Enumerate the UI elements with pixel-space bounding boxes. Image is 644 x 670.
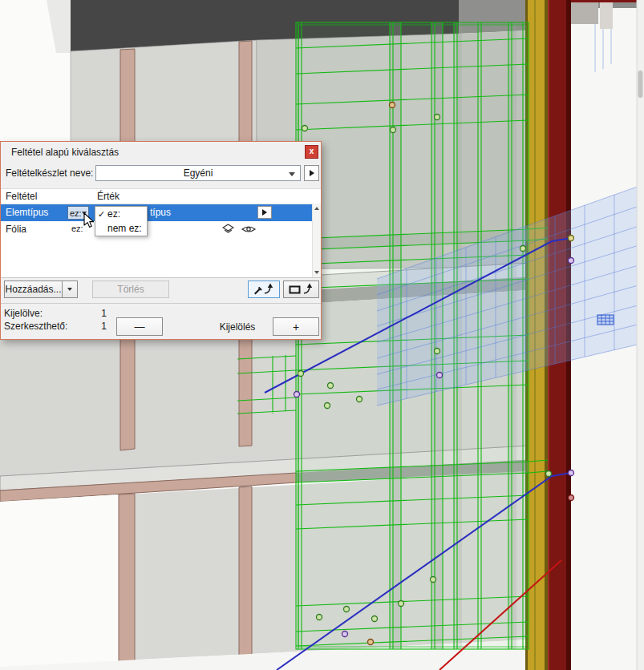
table-header: Feltétel Érték: [1, 189, 313, 204]
operator-dropdown-button[interactable]: ez:: [67, 206, 89, 220]
operator-label: ez:: [70, 208, 82, 218]
table-scrollbar[interactable]: [312, 204, 321, 277]
delete-button[interactable]: Törlés: [92, 281, 169, 298]
criteria-table: Feltétel Érték Elemtípus ez: típus Fólia…: [1, 188, 321, 278]
value-picker-button[interactable]: [257, 206, 272, 219]
menu-item-nem-ez[interactable]: nem ez:: [95, 221, 147, 236]
grid-symbol-icon: [597, 315, 614, 325]
pickup-criteria-button[interactable]: [248, 281, 280, 298]
operator-menu: ez: nem ez:: [95, 206, 148, 236]
viewport-scrollbar[interactable]: [637, 0, 644, 670]
preset-name-label: Feltételkészlet neve:: [6, 168, 93, 179]
menu-item-label: nem ez:: [107, 223, 142, 234]
marquee-icon: [288, 283, 315, 296]
selection-label: Kijelölés: [197, 321, 277, 333]
preset-combobox[interactable]: Egyéni: [95, 165, 301, 181]
criterion-name: Fólia: [6, 224, 26, 235]
selected-count: 1: [92, 308, 107, 319]
operator-label: ez:: [71, 224, 83, 233]
close-button[interactable]: x: [305, 145, 318, 159]
marquee-criteria-button[interactable]: [283, 281, 319, 298]
arrow-right-icon: [262, 209, 267, 216]
eye-icon[interactable]: [241, 224, 256, 236]
column-header-value: Érték: [97, 191, 119, 202]
chevron-down-icon: [67, 288, 72, 291]
pick-layer-icon[interactable]: [222, 224, 234, 236]
preset-value: Egyéni: [184, 168, 213, 179]
find-select-dialog: Feltétel alapú kiválasztás x Feltételkés…: [0, 141, 322, 340]
selection-stats: Kijelölve: 1 Szerkeszthető: 1 — Kijelölé…: [1, 305, 321, 339]
preset-row: Feltételkészlet neve: Egyéni: [1, 164, 321, 182]
menu-item-ez[interactable]: ez:: [95, 207, 147, 221]
add-button[interactable]: Hozzáadás...: [4, 281, 63, 298]
criterion-value: típus: [150, 207, 171, 218]
editable-count: 1: [92, 321, 107, 332]
criteria-row-elemtipus[interactable]: Elemtípus ez: típus: [1, 204, 313, 221]
select-button[interactable]: +: [273, 317, 319, 336]
dialog-titlebar[interactable]: Feltétel alapú kiválasztás x: [1, 142, 321, 163]
check-icon: [95, 209, 107, 220]
menu-item-label: ez:: [107, 208, 120, 220]
scroll-up-icon[interactable]: [314, 207, 319, 210]
divider: [1, 303, 321, 304]
chevron-down-icon: [289, 172, 295, 176]
column-header-condition: Feltétel: [6, 191, 37, 202]
scroll-down-icon[interactable]: [314, 271, 319, 274]
criterion-name: Elemtípus: [6, 207, 48, 218]
arrow-right-icon: [310, 170, 314, 176]
archicad-window: Feltétel alapú kiválasztás x Feltételkés…: [0, 0, 644, 670]
chevron-down-icon: [82, 212, 87, 215]
selected-label: Kijelölve:: [4, 308, 43, 319]
deselect-button[interactable]: —: [116, 317, 163, 336]
dialog-title: Feltétel alapú kiválasztás: [11, 147, 119, 158]
add-menu-button[interactable]: [62, 281, 78, 298]
criteria-row-folia[interactable]: Fólia ez:: [1, 221, 313, 238]
editable-label: Szerkeszthető:: [4, 321, 67, 332]
eyedropper-icon: [252, 283, 276, 296]
actions-row: Hozzáadás... Törlés: [1, 281, 321, 300]
preset-menu-button[interactable]: [304, 165, 319, 181]
